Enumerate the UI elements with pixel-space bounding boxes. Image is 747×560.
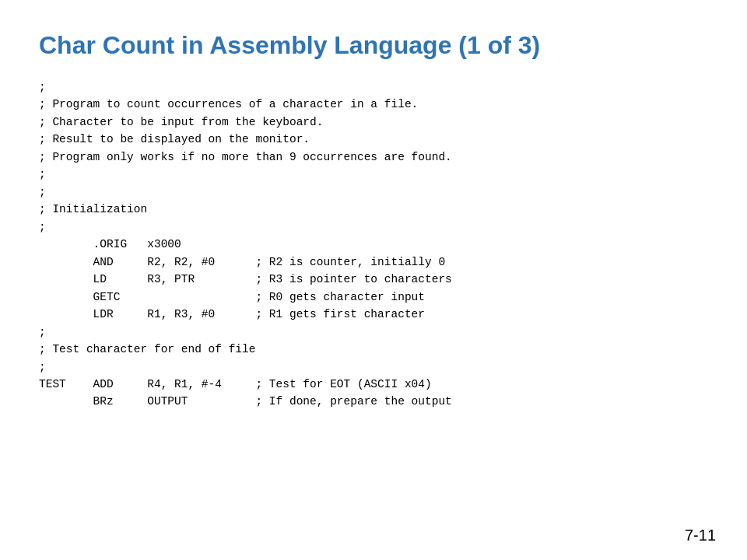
slide: Char Count in Assembly Language (1 of 3)…	[0, 0, 747, 560]
slide-number: 7-11	[685, 527, 716, 544]
code-block: ; ; Program to count occurrences of a ch…	[39, 79, 708, 411]
slide-title: Char Count in Assembly Language (1 of 3)	[39, 31, 708, 60]
